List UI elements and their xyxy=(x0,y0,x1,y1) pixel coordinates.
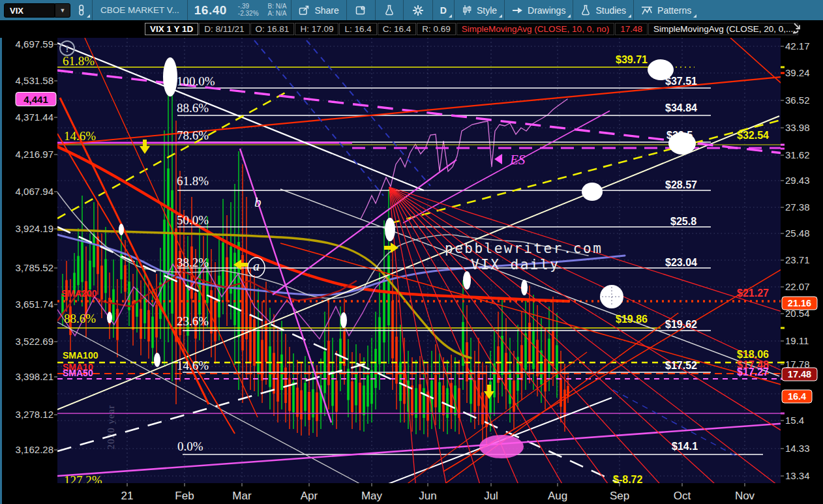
chart-header: VIX 1 Y 1D D: 8/11/21 O: 16.81 H: 17.09 … xyxy=(0,20,823,38)
timeframe-button[interactable]: D xyxy=(433,0,454,20)
chart-label[interactable]: $18.06 xyxy=(737,349,769,360)
chart-label[interactable]: $14.1 xyxy=(672,441,698,452)
chart-label[interactable]: 61.8% xyxy=(63,54,95,68)
chart-label[interactable]: 50.0% xyxy=(177,213,209,227)
share-button[interactable]: Share xyxy=(292,0,346,20)
ohlc-close: C: 16.4 xyxy=(378,23,417,35)
chart-label[interactable]: 100.0% xyxy=(177,74,215,88)
style-button[interactable]: Style xyxy=(455,0,504,20)
ellipse-annotation[interactable] xyxy=(107,312,112,323)
ellipse-annotation[interactable] xyxy=(521,280,528,295)
chart-label[interactable]: $28.57 xyxy=(665,179,697,190)
x-axis-label: Mar xyxy=(232,490,252,502)
candle-body xyxy=(335,381,338,412)
candle-body xyxy=(124,265,127,292)
chart-label[interactable]: 14.6% xyxy=(64,129,96,143)
candle-body xyxy=(351,381,353,412)
candle-body xyxy=(226,258,228,302)
chart-label[interactable]: $19.86 xyxy=(616,314,648,325)
reset-zoom-button[interactable] xyxy=(790,22,805,38)
chart-label[interactable]: VIX daily xyxy=(471,257,560,273)
chart-label[interactable]: 78.6% xyxy=(177,128,209,142)
candle-body xyxy=(505,353,507,389)
candle-body xyxy=(81,238,83,282)
ellipse-annotation[interactable] xyxy=(463,271,471,289)
settings-button[interactable] xyxy=(404,0,432,20)
studies-button[interactable]: Studies xyxy=(573,0,633,20)
right-axis-label: 23.71 xyxy=(785,254,810,265)
candle-body xyxy=(296,388,299,417)
candle-body xyxy=(477,371,480,406)
report-button[interactable] xyxy=(347,0,375,20)
chart-label[interactable]: $39.71 xyxy=(616,54,648,65)
candle-body xyxy=(383,280,385,342)
candle-body xyxy=(214,301,217,341)
drawings-button[interactable]: Drawings xyxy=(505,0,573,20)
ellipse-annotation[interactable] xyxy=(582,183,603,201)
chart-label[interactable]: 88.6% xyxy=(177,101,209,115)
ellipse-annotation[interactable] xyxy=(479,435,524,458)
study-sma10-label[interactable]: SimpleMovingAvg (CLOSE, 10, 0, no) xyxy=(456,23,614,35)
ellipse-annotation[interactable] xyxy=(154,353,160,367)
left-axis-label: 3,278.12 xyxy=(16,409,53,420)
chart-label[interactable]: $17.52 xyxy=(665,360,697,371)
chart-label[interactable]: $33.5 xyxy=(666,130,693,141)
candle-body xyxy=(438,382,441,412)
chart-label[interactable]: 88.6% xyxy=(64,312,96,325)
chart-label[interactable]: SMA200 xyxy=(61,288,97,299)
chart-label[interactable]: $37.51 xyxy=(665,76,697,87)
right-axis-badge-value: 17.48 xyxy=(788,369,811,379)
candle-body xyxy=(89,261,91,289)
warning-icon-glyph: ! xyxy=(66,43,69,54)
x-axis-label: Nov xyxy=(735,490,755,502)
chart-link-button[interactable] xyxy=(70,0,92,20)
chart-label[interactable]: $21.27 xyxy=(737,288,769,299)
toolbar: VIX ▼ CBOE MARKET V... 16.40 -.39 -2.32%… xyxy=(0,0,823,20)
patterns-button[interactable]: Patterns xyxy=(634,0,698,20)
chart-label[interactable]: SMA50 xyxy=(63,368,93,378)
symbol-value[interactable]: VIX xyxy=(4,3,55,18)
candle-body xyxy=(151,317,154,348)
candle-body xyxy=(524,333,527,370)
right-axis-label: 14.33 xyxy=(785,443,810,454)
ellipse-annotation[interactable] xyxy=(119,224,124,235)
right-axis-label: 36.52 xyxy=(785,95,810,106)
candle-body xyxy=(292,382,295,412)
chart-label[interactable]: $25.8 xyxy=(670,216,696,227)
ellipse-annotation[interactable] xyxy=(340,312,347,328)
x-axis-label: Oct xyxy=(674,490,691,502)
symbol-dropdown-button[interactable]: ▼ xyxy=(55,3,70,18)
ellipse-annotation[interactable] xyxy=(385,218,395,241)
candle-body xyxy=(378,317,381,364)
candle-body xyxy=(218,276,220,318)
candle-body xyxy=(395,336,398,383)
right-axis-label: 33.98 xyxy=(785,122,810,133)
analyze-button[interactable] xyxy=(376,0,403,20)
candle-body xyxy=(434,375,437,408)
chart-label[interactable]: 14.6% xyxy=(177,359,209,372)
chart-label[interactable]: b xyxy=(254,194,262,210)
chart-label[interactable]: 61.8% xyxy=(177,174,209,188)
chart-label[interactable]: 23.6% xyxy=(177,314,209,328)
chart-label[interactable]: 38.2% xyxy=(177,256,209,269)
chart-label[interactable]: $23.04 xyxy=(665,257,697,268)
ask-value: A: N/A xyxy=(268,10,287,18)
chart-label[interactable]: pebblewriter.com xyxy=(445,241,603,256)
change-percent: -2.32% xyxy=(238,10,259,18)
left-axis-label: 4,067.94 xyxy=(16,186,53,197)
study-sma20-label[interactable]: SimpleMovingAvg (CLOSE, 20, 0,... xyxy=(648,23,798,35)
flask-icon xyxy=(580,5,591,16)
symbol-input[interactable]: VIX ▼ xyxy=(4,3,70,18)
left-axis-label: 3,398.21 xyxy=(16,371,53,382)
candle-body xyxy=(261,340,263,380)
chart-label[interactable]: 0.0% xyxy=(177,439,203,453)
chart-label[interactable]: SMA100 xyxy=(63,350,98,361)
patterns-icon xyxy=(641,5,653,16)
chart-label[interactable]: $34.84 xyxy=(665,102,697,113)
ellipse-annotation[interactable] xyxy=(163,57,177,96)
chart-label[interactable]: a xyxy=(253,259,260,273)
chart-label[interactable]: $32.54 xyxy=(737,130,769,141)
chart-label[interactable]: ES xyxy=(509,152,526,168)
chart-label[interactable]: $17.27 xyxy=(737,366,769,378)
chart-label[interactable]: $19.62 xyxy=(665,319,697,330)
